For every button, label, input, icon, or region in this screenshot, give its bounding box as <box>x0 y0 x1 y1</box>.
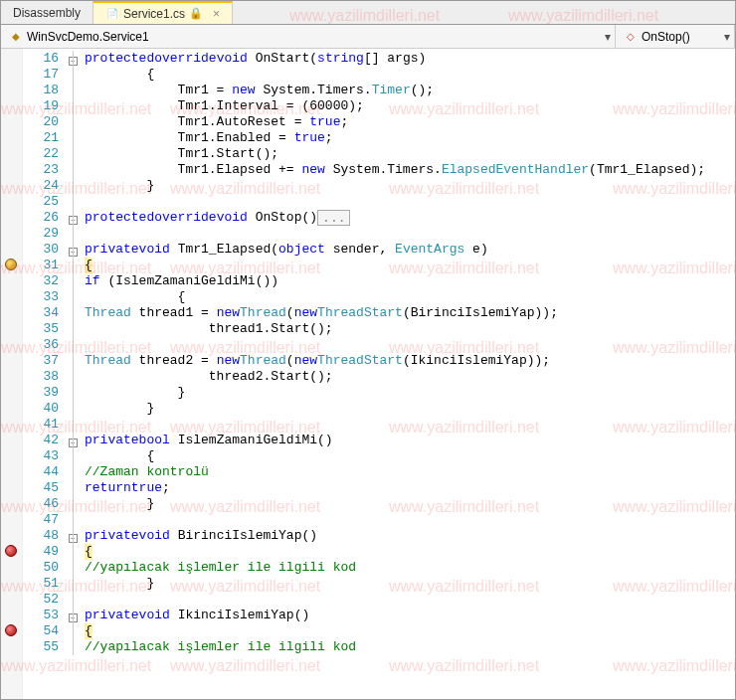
line-number: 24 <box>23 178 59 194</box>
line-number: 29 <box>23 226 59 242</box>
class-dropdown[interactable]: ◆ WinSvcDemo.Service1 ▾ <box>1 25 616 48</box>
line-number: 54 <box>23 623 59 639</box>
line-number: 23 <box>23 162 59 178</box>
line-number: 41 <box>23 417 59 433</box>
breakpoint-marker[interactable] <box>5 624 17 636</box>
line-number: 39 <box>23 385 59 401</box>
code-line[interactable] <box>85 194 735 210</box>
line-number: 33 <box>23 289 59 305</box>
code-line[interactable]: { <box>85 623 735 639</box>
code-line[interactable]: thread2.Start(); <box>85 369 735 385</box>
csharp-icon: 📄 <box>105 7 119 21</box>
tab-service1[interactable]: 📄 Service1.cs 🔒 × <box>93 1 233 24</box>
breakpoint-gutter[interactable] <box>1 49 23 699</box>
line-number: 38 <box>23 369 59 385</box>
code-line[interactable]: private bool IslemZamaniGeldiMi() <box>85 433 735 448</box>
code-line[interactable]: Tmr1 = new System.Timers.Timer(); <box>85 83 735 98</box>
code-line[interactable]: } <box>85 576 735 592</box>
line-number: 46 <box>23 496 59 512</box>
navigation-bar: ◆ WinSvcDemo.Service1 ▾ ◇ OnStop() ▾ <box>1 25 735 49</box>
line-number: 49 <box>23 544 59 560</box>
line-number: 53 <box>23 608 59 623</box>
code-line[interactable]: //yapılacak işlemler ile ilgili kod <box>85 560 735 576</box>
code-line[interactable]: Tmr1.Interval = (60000); <box>85 98 735 114</box>
line-number: 55 <box>23 639 59 655</box>
code-line[interactable]: private void BirinciIslemiYap() <box>85 528 735 544</box>
code-line[interactable]: Tmr1.Elapsed += new System.Timers.Elapse… <box>85 162 735 178</box>
code-line[interactable]: Thread thread1 = new Thread(new ThreadSt… <box>85 305 735 321</box>
line-number: 48 <box>23 528 59 544</box>
line-number: 36 <box>23 337 59 353</box>
code-line[interactable] <box>85 417 735 433</box>
code-line[interactable]: //Zaman kontrolü <box>85 464 735 480</box>
class-name: WinSvcDemo.Service1 <box>27 30 149 44</box>
code-line[interactable]: { <box>85 544 735 560</box>
line-number: 43 <box>23 448 59 464</box>
breakpoint-marker[interactable] <box>5 545 17 557</box>
code-line[interactable]: } <box>85 401 735 417</box>
line-number: 16 <box>23 51 59 67</box>
class-icon: ◆ <box>9 30 23 44</box>
code-line[interactable]: } <box>85 178 735 194</box>
code-line[interactable]: //yapılacak işlemler ile ilgili kod <box>85 639 735 655</box>
chevron-down-icon: ▾ <box>724 30 730 44</box>
line-number: 34 <box>23 305 59 321</box>
code-line[interactable]: return true; <box>85 480 735 496</box>
line-number: 18 <box>23 83 59 98</box>
code-line[interactable] <box>85 592 735 608</box>
lock-icon: 🔒 <box>189 7 203 20</box>
chevron-down-icon: ▾ <box>605 30 611 44</box>
close-icon[interactable]: × <box>213 7 220 21</box>
code-editor[interactable]: 1617181920212223242526293031323334353637… <box>1 49 735 699</box>
line-number: 19 <box>23 98 59 114</box>
line-number: 25 <box>23 194 59 210</box>
line-number: 51 <box>23 576 59 592</box>
line-number: 32 <box>23 273 59 289</box>
code-line[interactable]: thread1.Start(); <box>85 321 735 337</box>
line-number: 30 <box>23 242 59 258</box>
line-number: 35 <box>23 321 59 337</box>
line-number: 31 <box>23 258 59 273</box>
line-number: 45 <box>23 480 59 496</box>
code-line[interactable]: { <box>85 448 735 464</box>
line-numbers: 1617181920212223242526293031323334353637… <box>23 49 65 699</box>
code-line[interactable] <box>85 226 735 242</box>
tab-label: Service1.cs <box>123 7 185 21</box>
line-number: 42 <box>23 433 59 448</box>
line-number: 17 <box>23 67 59 83</box>
code-line[interactable]: { <box>85 289 735 305</box>
code-line[interactable]: protected override void OnStop()... <box>85 210 735 226</box>
code-line[interactable]: Tmr1.AutoReset = true; <box>85 114 735 130</box>
code-line[interactable] <box>85 337 735 353</box>
line-number: 26 <box>23 210 59 226</box>
line-number: 20 <box>23 114 59 130</box>
line-number: 22 <box>23 146 59 162</box>
code-line[interactable]: protected override void OnStart(string[]… <box>85 51 735 67</box>
tab-disassembly[interactable]: Disassembly <box>1 1 93 24</box>
code-line[interactable]: } <box>85 385 735 401</box>
method-dropdown[interactable]: ◇ OnStop() ▾ <box>616 25 735 48</box>
line-number: 37 <box>23 353 59 369</box>
method-name: OnStop() <box>642 30 690 44</box>
code-area[interactable]: protected override void OnStart(string[]… <box>85 49 735 699</box>
code-line[interactable]: Tmr1.Start(); <box>85 146 735 162</box>
line-number: 21 <box>23 130 59 146</box>
line-number: 52 <box>23 592 59 608</box>
code-line[interactable]: private void Tmr1_Elapsed(object sender,… <box>85 242 735 258</box>
code-line[interactable]: if (IslemZamaniGeldiMi()) <box>85 273 735 289</box>
code-line[interactable]: Thread thread2 = new Thread(new ThreadSt… <box>85 353 735 369</box>
code-line[interactable] <box>85 512 735 528</box>
outline-gutter[interactable]: −+−−−− <box>65 49 85 699</box>
code-line[interactable]: Tmr1.Enabled = true; <box>85 130 735 146</box>
document-tabs: Disassembly 📄 Service1.cs 🔒 × <box>1 1 735 25</box>
code-line[interactable]: { <box>85 258 735 273</box>
method-icon: ◇ <box>624 30 638 44</box>
line-number: 40 <box>23 401 59 417</box>
code-line[interactable]: { <box>85 67 735 83</box>
tab-label: Disassembly <box>13 6 81 20</box>
collapsed-region[interactable]: ... <box>317 210 350 226</box>
line-number: 44 <box>23 464 59 480</box>
breakpoint-marker[interactable] <box>5 259 17 270</box>
code-line[interactable]: private void IkinciIslemiYap() <box>85 608 735 623</box>
code-line[interactable]: } <box>85 496 735 512</box>
